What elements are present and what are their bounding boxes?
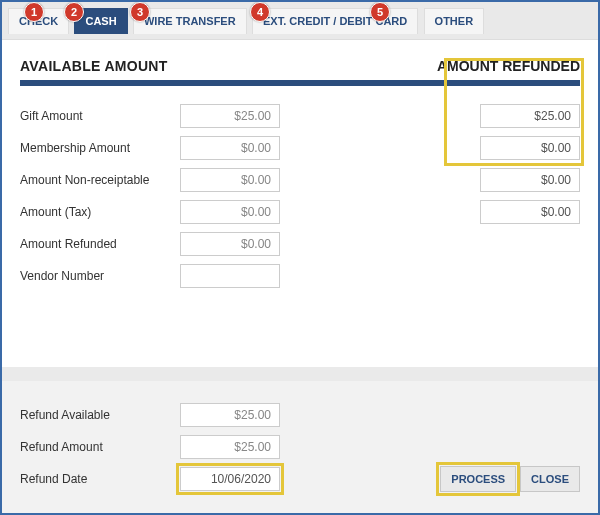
row-refund-amount: Refund Amount [20,431,580,463]
vendor-number-input[interactable] [180,264,280,288]
available-amount-header: AVAILABLE AMOUNT [20,58,168,74]
membership-amount-available-input[interactable] [180,136,280,160]
annotation-badge-3: 3 [130,2,150,22]
lower-panel: Refund Available Refund Amount Refund Da… [2,367,598,513]
amount-tax-label: Amount (Tax) [20,205,180,219]
row-membership-amount: Membership Amount [20,132,580,164]
non-receiptable-available-input[interactable] [180,168,280,192]
refund-dialog: 1 2 3 4 5 CHECK CASH WIRE TRANSFER EXT. … [0,0,600,515]
amount-tax-refunded-input[interactable] [480,200,580,224]
tab-other[interactable]: OTHER [424,8,485,34]
row-refund-available: Refund Available [20,399,580,431]
row-amount-tax: Amount (Tax) [20,196,580,228]
annotation-badge-5: 5 [370,2,390,22]
refund-amount-label: Refund Amount [20,440,180,454]
row-vendor-number: Vendor Number [20,260,580,292]
gift-amount-refunded-input[interactable] [480,104,580,128]
row-non-receiptable: Amount Non-receiptable [20,164,580,196]
refund-available-input[interactable] [180,403,280,427]
annotation-badge-2: 2 [64,2,84,22]
amount-tax-available-input[interactable] [180,200,280,224]
vendor-number-label: Vendor Number [20,269,180,283]
payment-method-tabs: CHECK CASH WIRE TRANSFER EXT. CREDIT / D… [2,2,598,40]
amount-refunded-header: AMOUNT REFUNDED [437,58,580,74]
process-button[interactable]: PROCESS [440,466,516,492]
refund-available-label: Refund Available [20,408,180,422]
row-gift-amount: Gift Amount [20,100,580,132]
membership-amount-label: Membership Amount [20,141,180,155]
section-divider [20,80,580,86]
tab-wire-transfer[interactable]: WIRE TRANSFER [133,8,247,34]
row-amount-refunded: Amount Refunded [20,228,580,260]
refund-date-label: Refund Date [20,472,180,486]
refund-amount-input[interactable] [180,435,280,459]
upper-panel: AVAILABLE AMOUNT AMOUNT REFUNDED Gift Am… [2,40,598,292]
gift-amount-label: Gift Amount [20,109,180,123]
non-receiptable-refunded-input[interactable] [480,168,580,192]
annotation-badge-4: 4 [250,2,270,22]
row-refund-date: Refund Date PROCESS CLOSE [20,463,580,495]
tab-ext-credit-debit[interactable]: EXT. CREDIT / DEBIT CARD [252,8,418,34]
amount-refunded-available-input[interactable] [180,232,280,256]
membership-amount-refunded-input[interactable] [480,136,580,160]
non-receiptable-label: Amount Non-receiptable [20,173,180,187]
close-button[interactable]: CLOSE [520,466,580,492]
gift-amount-available-input[interactable] [180,104,280,128]
annotation-badge-1: 1 [24,2,44,22]
amount-refunded-label: Amount Refunded [20,237,180,251]
refund-date-input[interactable] [180,467,280,491]
